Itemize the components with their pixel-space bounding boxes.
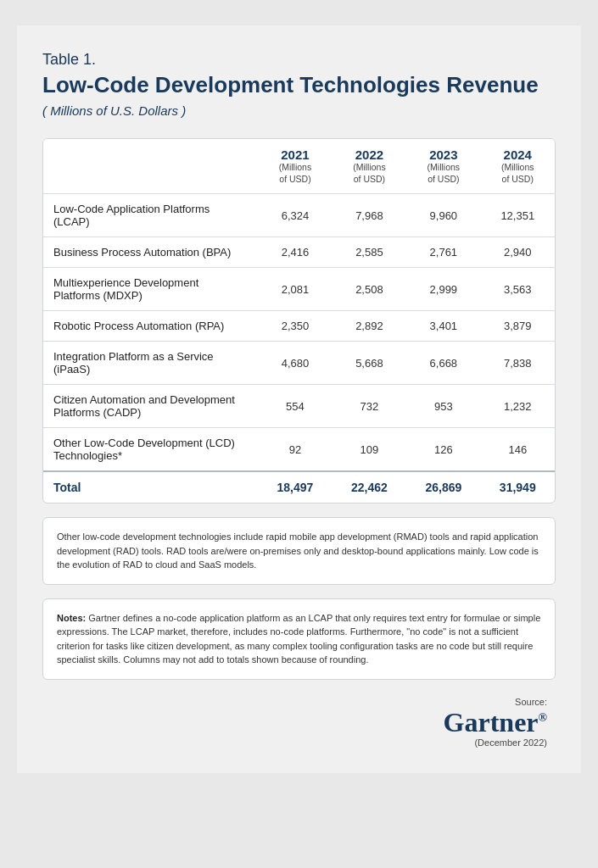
table-row: Robotic Process Automation (RPA)2,3502,8… [43,311,555,342]
num-cell: 92 [258,428,332,472]
year-2023: 2023 [416,147,470,162]
num-cell: 2,940 [481,237,555,268]
year-2021: 2021 [268,147,321,162]
num-cell: 4,680 [258,342,332,385]
notes-card: Notes: Gartner defines a no-code applica… [42,598,556,680]
num-cell: 6,324 [258,194,332,237]
row-label-cell: Business Process Automation (BPA) [43,237,258,268]
table-row: Citizen Automation and Development Platf… [43,385,555,428]
table-row: Integration Platform as a Service (iPaaS… [43,342,555,385]
num-cell: 1,232 [481,385,555,428]
gartner-logo: Gartner® [42,709,547,736]
col-header-2021: 2021 (Millionsof USD) [258,139,332,194]
row-label-cell: Low-Code Application Platforms (LCAP) [43,194,258,237]
table-row: Multiexperience Development Platforms (M… [43,268,555,311]
num-cell: 12,351 [481,194,555,237]
num-cell: 2,416 [258,237,332,268]
row-label-cell: Multiexperience Development Platforms (M… [43,268,258,311]
total-num-cell: 31,949 [481,471,555,503]
row-label-cell: Integration Platform as a Service (iPaaS… [43,342,258,385]
title-section: Table 1. Low-Code Development Technologi… [42,51,556,118]
num-cell: 554 [258,385,332,428]
table-row: Other Low-Code Development (LCD) Technol… [43,428,555,472]
page-title: Low-Code Development Technologies Revenu… [42,72,556,98]
total-num-cell: 22,462 [333,471,406,503]
footnote-text: Other low-code development technologies … [57,531,539,570]
source-label: Source: [42,697,547,707]
data-table-card: 2021 (Millionsof USD) 2022 (Millionsof U… [42,138,556,504]
source-date: (December 2022) [42,737,547,748]
trademark-symbol: ® [539,711,547,724]
num-cell: 7,968 [333,194,406,237]
row-label-cell: Citizen Automation and Development Platf… [43,385,258,428]
notes-text: Gartner defines a no-code application pl… [57,613,540,665]
num-cell: 2,350 [258,311,332,342]
total-num-cell: 18,497 [258,471,332,503]
table-number: Table 1. [42,51,556,69]
num-cell: 7,838 [481,342,555,385]
num-cell: 732 [333,385,406,428]
num-cell: 9,960 [406,194,480,237]
row-label-cell: Other Low-Code Development (LCD) Technol… [43,428,258,472]
year-2024: 2024 [491,147,545,162]
row-label-header [43,139,258,194]
num-cell: 2,892 [333,311,406,342]
total-num-cell: 26,869 [406,471,480,503]
revenue-table: 2021 (Millionsof USD) 2022 (Millionsof U… [43,139,555,503]
col-header-2023: 2023 (Millionsof USD) [406,139,480,194]
num-cell: 146 [481,428,555,472]
source-section: Source: Gartner® (December 2022) [42,697,556,748]
num-cell: 6,668 [406,342,480,385]
num-cell: 2,999 [406,268,480,311]
table-row: Low-Code Application Platforms (LCAP)6,3… [43,194,555,237]
num-cell: 3,879 [481,311,555,342]
notes-label: Notes: [57,613,86,623]
num-cell: 5,668 [333,342,406,385]
num-cell: 953 [406,385,480,428]
num-cell: 109 [333,428,406,472]
num-cell: 2,081 [258,268,332,311]
total-row: Total18,49722,46226,86931,949 [43,471,555,503]
title-subtitle: ( Millions of U.S. Dollars ) [42,103,556,118]
total-label: Total [43,471,258,503]
table-header-row: 2021 (Millionsof USD) 2022 (Millionsof U… [43,139,555,194]
num-cell: 3,401 [406,311,480,342]
year-2022: 2022 [343,147,396,162]
num-cell: 2,508 [333,268,406,311]
num-cell: 126 [406,428,480,472]
num-cell: 2,585 [333,237,406,268]
num-cell: 2,761 [406,237,480,268]
footnote-card: Other low-code development technologies … [42,517,556,585]
col-header-2022: 2022 (Millionsof USD) [333,139,406,194]
gartner-name: Gartner [444,707,539,737]
page-container: Table 1. Low-Code Development Technologi… [17,25,581,773]
table-row: Business Process Automation (BPA)2,4162,… [43,237,555,268]
col-header-2024: 2024 (Millionsof USD) [481,139,555,194]
row-label-cell: Robotic Process Automation (RPA) [43,311,258,342]
num-cell: 3,563 [481,268,555,311]
